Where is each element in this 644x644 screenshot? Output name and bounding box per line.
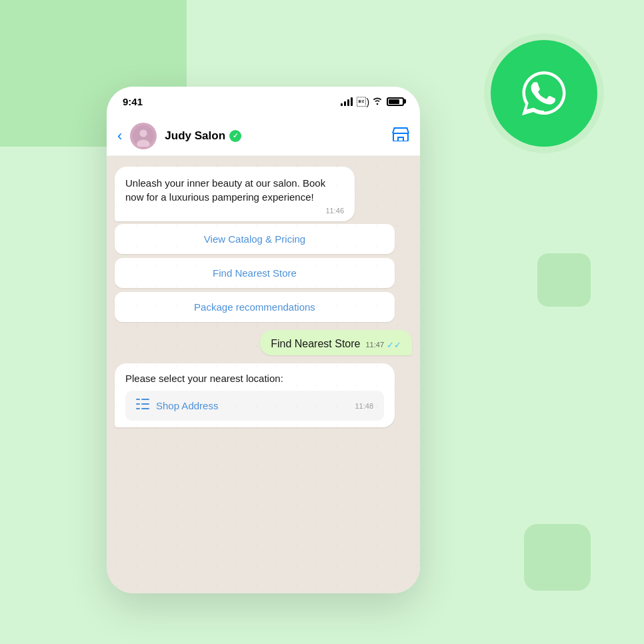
list-icon (136, 399, 149, 413)
double-tick-icon: ✓✓ (387, 340, 401, 350)
status-icons: ) (341, 96, 404, 107)
svg-rect-4 (136, 399, 140, 400)
bg-decoration-mid-right (537, 253, 591, 307)
status-time: 9:41 (123, 96, 143, 107)
wifi-icon: ) (357, 96, 383, 107)
bg-decoration-bottom-right (524, 524, 591, 591)
intro-message-text: Unleash your inner beauty at our salon. … (125, 176, 344, 204)
phone-mockup: 9:41 ) ‹ (107, 87, 420, 593)
back-button[interactable]: ‹ (117, 127, 122, 145)
signal-icon (341, 97, 353, 106)
avatar (130, 123, 157, 149)
status-bar: 9:41 ) (107, 87, 420, 116)
svg-point-1 (140, 129, 147, 137)
store-icon[interactable] (392, 127, 409, 145)
svg-rect-9 (141, 408, 149, 409)
shop-btn-content: Shop Address (136, 399, 218, 413)
svg-rect-5 (141, 399, 149, 400)
contact-name: Judy Salon (165, 129, 225, 143)
sent-time: 11:47 (365, 341, 384, 349)
sent-message-text: Find Nearest Store (271, 338, 360, 350)
location-prompt-text: Please select your nearest location: (125, 373, 384, 384)
contact-info: Judy Salon ✓ (165, 129, 384, 143)
sent-meta: 11:47 ✓✓ (365, 340, 401, 350)
sent-message-wrapper: Find Nearest Store 11:47 ✓✓ (115, 330, 412, 355)
shop-btn-time: 11:48 (355, 402, 373, 410)
svg-rect-8 (136, 408, 140, 409)
chat-header: ‹ Judy Salon ✓ (107, 116, 420, 156)
location-message: Please select your nearest location: (115, 363, 395, 427)
svg-rect-7 (141, 403, 149, 405)
svg-rect-6 (136, 403, 140, 405)
shop-address-label: Shop Address (156, 400, 218, 411)
intro-message-time: 11:46 (125, 207, 344, 215)
sent-message: Find Nearest Store 11:47 ✓✓ (260, 330, 412, 355)
shop-address-button[interactable]: Shop Address 11:48 (125, 391, 384, 421)
bg-circle-whatsapp (484, 33, 604, 153)
whatsapp-logo (491, 40, 597, 147)
verified-badge: ✓ (229, 130, 241, 142)
quick-reply-find-store[interactable]: Find Nearest Store (115, 258, 395, 288)
intro-message: Unleash your inner beauty at our salon. … (115, 167, 355, 221)
quick-reply-catalog[interactable]: View Catalog & Pricing (115, 224, 395, 254)
chat-background: Unleash your inner beauty at our salon. … (107, 156, 420, 593)
quick-reply-packages[interactable]: Package recommendations (115, 292, 395, 322)
battery-icon (387, 97, 404, 106)
